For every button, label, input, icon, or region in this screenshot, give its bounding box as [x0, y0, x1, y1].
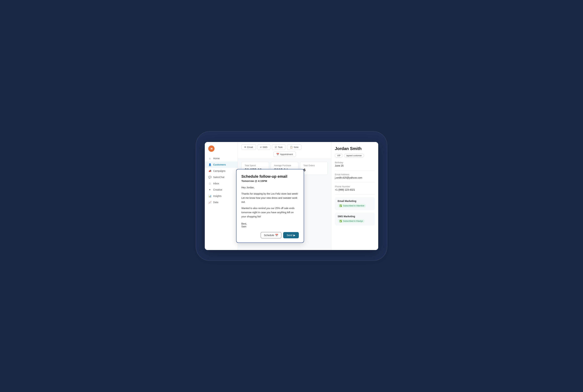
schedule-actions: Schedule 📅 Send ▶: [241, 232, 299, 238]
sidebar-item-customers[interactable]: 👤 Customers: [205, 162, 238, 168]
outer-background: ≋ ⌂ Home 👤 Customers 📣 Campaigns 💬: [196, 131, 387, 261]
schedule-body: Hey Jordan, Thanks for stopping by the L…: [241, 186, 299, 219]
sms-hash-icon: #: [260, 146, 262, 148]
right-panel: Jordan Smith VIP lapsed customer Birthda…: [331, 142, 378, 250]
sidebar-logo: ≋: [205, 146, 238, 155]
creative-icon: ✦: [208, 188, 211, 191]
task-icon: ☑: [275, 146, 277, 148]
send-button[interactable]: Send ▶: [283, 232, 299, 238]
check-circle-icon: ✅: [339, 204, 342, 207]
action-bar: ✉ Email # SMS ☑ Task 📋 Note: [238, 142, 331, 159]
customers-icon: 👤: [208, 163, 211, 166]
schedule-modal: Schedule follow-up email Tomorrow @ 4:15…: [236, 169, 304, 243]
schedule-modal-title: Schedule follow-up email: [241, 174, 299, 179]
data-icon: 📈: [208, 201, 211, 204]
appointment-row: 📅 Appointment: [241, 152, 328, 157]
email-marketing-badge: ✅ Subscribed in Attentive: [338, 204, 366, 208]
tag-lapsed: lapsed customer: [344, 154, 364, 158]
customer-name: Jordan Smith: [335, 146, 375, 151]
email-section: Email Address j.smith.625@yahcoo.com: [335, 173, 375, 179]
calendar-icon: 📅: [275, 234, 278, 236]
home-icon: ⌂: [208, 157, 211, 160]
inbox-icon: □: [208, 182, 211, 185]
sidebar-item-saleschat[interactable]: 💬 SalesChat: [205, 174, 238, 180]
stat-total-orders: Total Orders 6: [300, 162, 328, 175]
insights-icon: 📊: [208, 194, 211, 198]
check-circle-icon-2: ✅: [339, 220, 342, 222]
appointment-icon: 📅: [276, 153, 279, 156]
email-tab[interactable]: ✉ Email: [241, 144, 256, 150]
main-content: ✉ Email # SMS ☑ Task 📋 Note: [238, 142, 331, 250]
schedule-modal-wrapper: Schedule follow-up email Tomorrow @ 4:15…: [236, 169, 304, 243]
divider-2: [335, 182, 375, 182]
email-marketing-section: Email Marketing ✅ Subscribed in Attentiv…: [335, 197, 375, 210]
tags-row: VIP lapsed customer: [335, 154, 375, 158]
action-tabs: ✉ Email # SMS ☑ Task 📋 Note: [241, 144, 328, 150]
sms-tab[interactable]: # SMS: [257, 144, 270, 150]
sms-marketing-badge: ✅ Subscribed in Klaviyo: [338, 219, 365, 223]
saleschat-icon: 💬: [208, 176, 211, 178]
schedule-button[interactable]: Schedule 📅: [261, 232, 281, 238]
campaigns-icon: 📣: [208, 170, 211, 172]
sidebar-item-campaigns[interactable]: 📣 Campaigns: [205, 168, 238, 174]
sidebar-item-home[interactable]: ⌂ Home: [205, 155, 238, 162]
tag-vip: VIP: [335, 154, 343, 158]
task-tab[interactable]: ☑ Task: [272, 144, 286, 150]
sidebar-item-data[interactable]: 📈 Data: [205, 199, 238, 206]
schedule-signature: Best, Sam: [241, 222, 299, 228]
divider-3: [335, 194, 375, 194]
send-arrow-icon: ▶: [293, 234, 295, 236]
note-tab[interactable]: 📋 Note: [287, 144, 301, 150]
divider-1: [335, 170, 375, 170]
phone-section: Phone Number +1 (999) 123-4321: [335, 185, 375, 191]
sms-marketing-section: SMS Marketing ✅ Subscribed in Klaviyo: [335, 212, 375, 226]
app-container: ≋ ⌂ Home 👤 Customers 📣 Campaigns 💬: [205, 142, 378, 250]
sidebar-item-insights[interactable]: 📊 Insights: [205, 193, 238, 199]
sidebar-item-creative[interactable]: ✦ Creative: [205, 186, 238, 193]
birthday-section: Birthday June 25: [335, 161, 375, 167]
email-icon: ✉: [244, 146, 246, 148]
sidebar: ≋ ⌂ Home 👤 Customers 📣 Campaigns 💬: [205, 142, 238, 250]
app-logo: ≋: [208, 146, 214, 152]
appointment-tab[interactable]: 📅 Appointment: [273, 152, 296, 157]
note-icon: 📋: [290, 146, 293, 148]
sidebar-nav: ⌂ Home 👤 Customers 📣 Campaigns 💬 SalesCh…: [205, 155, 238, 206]
schedule-time: Tomorrow @ 4:15PM: [241, 180, 299, 182]
sidebar-item-inbox[interactable]: □ Inbox: [205, 180, 238, 186]
